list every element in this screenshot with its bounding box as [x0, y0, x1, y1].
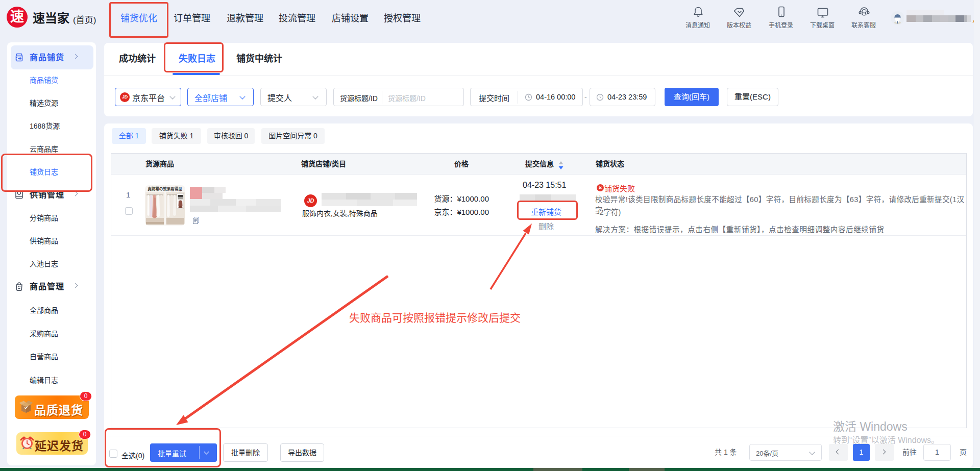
svg-text:真防霉の效果看得见: 真防霉の效果看得见 [148, 186, 182, 191]
